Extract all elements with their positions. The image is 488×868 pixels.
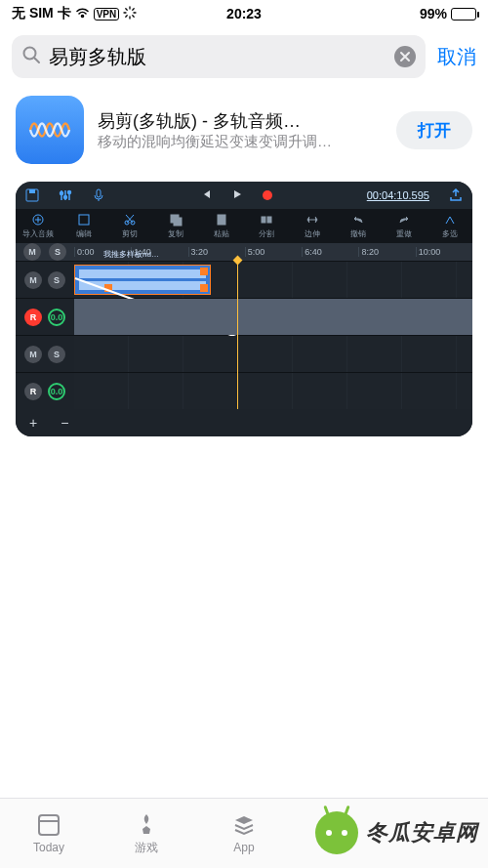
tb2-cut: 剪切 bbox=[107, 209, 153, 243]
svg-point-8 bbox=[24, 48, 36, 60]
add-track-button: + bbox=[29, 415, 37, 431]
tab-today[interactable]: Today bbox=[0, 799, 98, 868]
vpn-badge: VPN bbox=[94, 8, 120, 21]
svg-line-9 bbox=[35, 59, 40, 63]
mute-button: M bbox=[23, 243, 41, 261]
tb2-copy: 复制 bbox=[152, 209, 198, 243]
track-1: MS 我推多样板nd… bbox=[16, 261, 472, 298]
mic-icon bbox=[92, 188, 105, 202]
tb2-stretch: 边伸 bbox=[290, 209, 336, 243]
app-subtitle: 移动的混响均衡延迟变速变调升调… bbox=[98, 133, 383, 151]
svg-line-7 bbox=[133, 8, 134, 9]
track-2: MS bbox=[16, 335, 472, 372]
track-2b: R0.0 bbox=[16, 372, 472, 409]
remove-track-button: − bbox=[61, 415, 68, 431]
timeline-ruler: M S 0:00 1:40 3:20 5:00 6:40 8:20 10:00 bbox=[16, 243, 472, 261]
track-add-bar: + − bbox=[16, 409, 472, 436]
app-result[interactable]: 易剪(多轨版) - 多轨音频… 移动的混响均衡延迟变速变调升调… 打开 bbox=[0, 86, 488, 174]
tb2-paste: 粘贴 bbox=[198, 209, 244, 243]
svg-line-6 bbox=[126, 15, 127, 16]
preview-toolbar-actions: 导入音频 编辑 剪切 复制 粘贴 分割 边伸 撤销 重做 多选 bbox=[16, 209, 472, 243]
app-title: 易剪(多轨版) - 多轨音频… bbox=[98, 109, 383, 133]
clear-icon[interactable] bbox=[394, 46, 416, 67]
timecode: 00:04:10.595 bbox=[367, 189, 429, 201]
search-row: 取消 bbox=[0, 27, 488, 86]
watermark-icon bbox=[315, 811, 358, 854]
record-icon bbox=[263, 190, 272, 200]
export-icon bbox=[449, 188, 463, 202]
svg-line-5 bbox=[133, 15, 134, 16]
track-1b: R0.0 bbox=[16, 298, 472, 335]
watermark: 冬瓜安卓网 bbox=[315, 811, 478, 854]
svg-point-16 bbox=[64, 196, 67, 199]
preview-toolbar-top: 00:04:10.595 bbox=[16, 182, 472, 209]
svg-rect-18 bbox=[97, 189, 101, 197]
battery-text: 99% bbox=[420, 6, 447, 21]
solo-button: S bbox=[49, 243, 66, 261]
search-input[interactable] bbox=[49, 46, 386, 68]
tab-games[interactable]: 游戏 bbox=[98, 799, 195, 868]
svg-rect-27 bbox=[267, 217, 271, 223]
cancel-button[interactable]: 取消 bbox=[437, 44, 476, 70]
status-bar: 无 SIM 卡 VPN 20:23 99% bbox=[0, 0, 488, 27]
wifi-icon bbox=[75, 6, 90, 21]
tracks-area: MS 我推多样板nd… R0.0 MS R0.0 bbox=[16, 261, 472, 409]
svg-rect-26 bbox=[262, 217, 265, 223]
tb2-edit: 编辑 bbox=[61, 209, 107, 243]
svg-rect-28 bbox=[39, 815, 59, 835]
search-field[interactable] bbox=[12, 35, 426, 78]
tab-apps[interactable]: App bbox=[195, 799, 293, 868]
screenshot-preview[interactable]: 00:04:10.595 导入音频 编辑 剪切 复制 粘贴 分割 边伸 撤销 重… bbox=[16, 182, 472, 436]
battery-icon bbox=[451, 8, 476, 21]
mixer-icon bbox=[59, 188, 72, 202]
tb2-split: 分割 bbox=[244, 209, 290, 243]
loading-icon bbox=[123, 6, 137, 22]
audio-clip bbox=[74, 265, 211, 295]
open-button[interactable]: 打开 bbox=[396, 111, 472, 149]
svg-rect-24 bbox=[174, 218, 182, 226]
save-icon bbox=[25, 188, 39, 202]
tb2-undo: 撤销 bbox=[336, 209, 382, 243]
tb2-multi: 多选 bbox=[427, 209, 472, 243]
svg-rect-11 bbox=[29, 189, 35, 193]
tb2-import: 导入音频 bbox=[16, 209, 61, 243]
watermark-text: 冬瓜安卓网 bbox=[366, 818, 478, 847]
carrier-text: 无 SIM 卡 bbox=[12, 5, 71, 22]
search-icon bbox=[21, 45, 41, 68]
svg-point-15 bbox=[61, 192, 63, 195]
tb2-redo: 重做 bbox=[381, 209, 427, 243]
svg-point-17 bbox=[68, 191, 71, 194]
clock: 20:23 bbox=[226, 6, 262, 21]
app-icon bbox=[16, 96, 84, 164]
prev-icon bbox=[200, 188, 212, 202]
svg-line-4 bbox=[126, 8, 127, 9]
play-icon bbox=[231, 188, 243, 202]
svg-rect-20 bbox=[79, 215, 89, 225]
playhead bbox=[237, 261, 238, 409]
svg-rect-25 bbox=[218, 215, 225, 225]
